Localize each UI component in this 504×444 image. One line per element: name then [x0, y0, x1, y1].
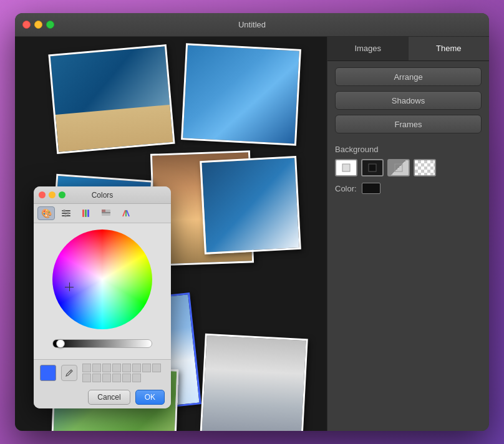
- mini-swatch[interactable]: [112, 374, 121, 382]
- colors-minimize-button[interactable]: [49, 191, 56, 198]
- svg-rect-16: [342, 164, 350, 171]
- maximize-button[interactable]: [46, 21, 54, 29]
- svg-rect-7: [85, 210, 87, 217]
- minimize-button[interactable]: [34, 21, 42, 29]
- color-wheel-icon[interactable]: 🎨: [37, 206, 55, 220]
- photo-5[interactable]: [200, 156, 301, 254]
- colors-titlebar: Colors: [34, 186, 171, 204]
- mini-swatch[interactable]: [122, 364, 131, 372]
- main-content: Colors 🎨: [15, 37, 489, 431]
- mini-swatch[interactable]: [102, 374, 111, 382]
- tab-theme[interactable]: Theme: [409, 37, 490, 60]
- tab-bar: Images Theme: [327, 37, 489, 61]
- eyedropper-button[interactable]: [61, 365, 77, 381]
- photo-collage: Colors 🎨: [15, 37, 327, 431]
- bg-white-option[interactable]: [335, 159, 357, 176]
- photo-1[interactable]: [48, 44, 175, 154]
- mini-swatch[interactable]: [132, 374, 141, 382]
- colors-traffic-lights: [39, 191, 65, 198]
- svg-rect-17: [369, 164, 376, 171]
- mini-swatch[interactable]: [142, 364, 151, 372]
- mini-swatch[interactable]: [102, 364, 111, 372]
- brightness-slider[interactable]: [52, 339, 152, 348]
- colors-dialog: Colors 🎨: [34, 186, 171, 408]
- photo-2[interactable]: [181, 43, 301, 145]
- colors-maximize-button[interactable]: [59, 191, 65, 198]
- photo-8-detail: [201, 335, 306, 431]
- arrange-button[interactable]: Arrange: [335, 67, 482, 86]
- colors-footer: [34, 359, 171, 386]
- traffic-lights: [22, 21, 54, 29]
- swatches-area: [82, 364, 165, 382]
- svg-rect-11: [102, 210, 105, 212]
- sliders-icon[interactable]: [57, 206, 75, 220]
- main-window: Untitled: [15, 13, 489, 431]
- canvas-area: Colors 🎨: [15, 37, 327, 431]
- cancel-button[interactable]: Cancel: [88, 390, 130, 405]
- svg-point-4: [67, 212, 69, 215]
- color-label: Color:: [335, 184, 357, 193]
- photo-2-detail: [183, 45, 299, 143]
- colors-dialog-title: Colors: [92, 191, 114, 200]
- bg-transparent-option[interactable]: [414, 159, 436, 176]
- close-button[interactable]: [22, 21, 31, 29]
- pencils-icon[interactable]: [117, 206, 135, 220]
- window-title: Untitled: [238, 20, 266, 29]
- photo-5-detail: [201, 158, 299, 253]
- photo-1-detail: [51, 46, 173, 152]
- svg-rect-6: [82, 210, 84, 217]
- photo-8[interactable]: [199, 334, 308, 431]
- bg-black-option[interactable]: [361, 159, 384, 176]
- mini-swatch[interactable]: [122, 374, 131, 382]
- bg-gray-option[interactable]: [387, 159, 410, 176]
- color-wheel[interactable]: [52, 229, 152, 329]
- color-swatch[interactable]: [362, 183, 380, 194]
- crayons-icon[interactable]: [77, 206, 95, 220]
- mini-swatch[interactable]: [132, 364, 141, 372]
- color-row: Color:: [327, 179, 489, 198]
- mini-swatch[interactable]: [92, 374, 101, 382]
- dialog-buttons: Cancel OK: [34, 386, 171, 408]
- svg-rect-18: [395, 164, 402, 171]
- svg-point-3: [63, 210, 65, 212]
- tab-images[interactable]: Images: [327, 37, 409, 60]
- mini-swatch[interactable]: [152, 364, 161, 372]
- image-palette-icon[interactable]: [97, 206, 115, 220]
- ok-button[interactable]: OK: [135, 390, 165, 405]
- svg-line-12: [123, 210, 125, 216]
- sidebar: Images Theme Arrange Shadows Frames Back…: [327, 37, 489, 431]
- colors-toolbar: 🎨: [34, 204, 171, 223]
- svg-line-14: [127, 210, 129, 216]
- svg-rect-10: [102, 212, 110, 213]
- colors-close-button[interactable]: [39, 191, 46, 198]
- color-wheel-container: [34, 223, 171, 359]
- frames-button[interactable]: Frames: [335, 115, 482, 133]
- brightness-thumb[interactable]: [56, 339, 65, 348]
- shadows-button[interactable]: Shadows: [335, 91, 482, 110]
- sidebar-controls: Arrange Shadows Frames: [327, 61, 489, 140]
- mini-swatch[interactable]: [82, 364, 91, 372]
- svg-point-5: [64, 215, 67, 217]
- background-section-label: Background: [327, 140, 489, 157]
- svg-rect-8: [87, 210, 89, 217]
- background-options: [327, 157, 489, 179]
- mini-swatch[interactable]: [92, 364, 101, 372]
- svg-line-15: [70, 371, 71, 372]
- mini-swatch[interactable]: [82, 374, 91, 382]
- titlebar: Untitled: [15, 13, 489, 37]
- selected-color-swatch[interactable]: [40, 365, 56, 381]
- mini-swatch[interactable]: [112, 364, 121, 372]
